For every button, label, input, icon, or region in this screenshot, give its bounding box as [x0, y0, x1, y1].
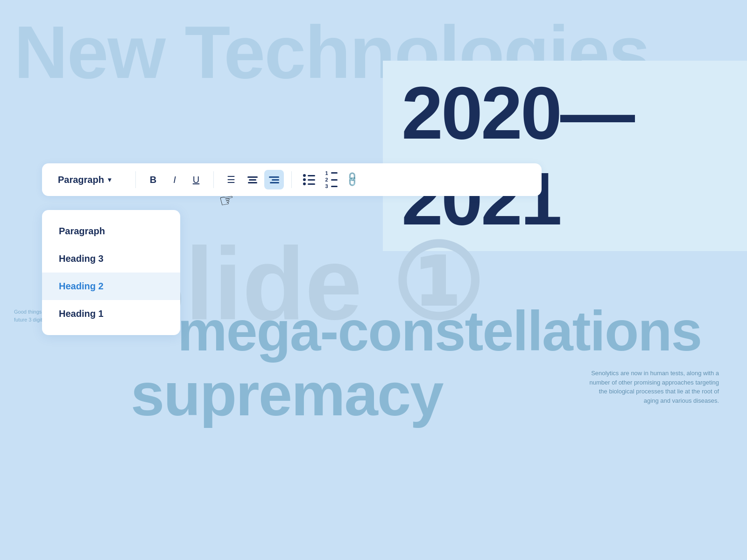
align-left-button[interactable]: ☰ [221, 170, 241, 189]
bg-supremacy: supremacy [131, 359, 443, 429]
dropdown-item-heading3[interactable]: Heading 3 [42, 245, 180, 273]
underline-button[interactable]: U [186, 170, 206, 189]
align-center-button[interactable] [243, 170, 262, 189]
toolbar-divider-2 [213, 171, 214, 188]
align-left-icon: ☰ [227, 174, 235, 185]
toolbar-divider-1 [135, 171, 136, 188]
unordered-list-icon [303, 174, 315, 185]
bg-year: 2020—2021 [402, 70, 728, 242]
bg-year-box: 2020—2021 [383, 61, 747, 251]
paragraph-selector[interactable]: Paragraph ▾ [53, 172, 128, 188]
ordered-list-button[interactable]: 1 2 3 [321, 170, 340, 189]
list-group: 1 2 3 🔗 [299, 170, 362, 189]
link-icon: 🔗 [343, 171, 360, 188]
bold-button[interactable]: B [143, 170, 163, 189]
bg-description: Senolytics are now in human tests, along… [588, 369, 719, 405]
bg-mega-constellations: mega-constellations [177, 299, 701, 363]
chevron-down-icon: ▾ [108, 176, 111, 183]
dropdown-item-heading2[interactable]: Heading 2 [42, 273, 180, 300]
align-right-icon [269, 176, 279, 183]
toolbar-divider-3 [291, 171, 292, 188]
paragraph-dropdown: Paragraph Heading 3 Heading 2 Heading 1 [42, 210, 180, 335]
unordered-list-button[interactable] [299, 170, 319, 189]
dropdown-item-paragraph[interactable]: Paragraph [42, 217, 180, 245]
align-right-button[interactable] [264, 170, 284, 189]
dropdown-item-heading1[interactable]: Heading 1 [42, 300, 180, 328]
text-format-group: B I U [143, 170, 206, 189]
paragraph-selector-label: Paragraph [58, 175, 104, 185]
toolbar: Paragraph ▾ B I U ☰ [42, 163, 542, 196]
link-button[interactable]: 🔗 [342, 170, 362, 189]
ordered-list-icon: 1 2 3 [324, 170, 338, 189]
alignment-group: ☰ [221, 170, 284, 189]
italic-button[interactable]: I [165, 170, 184, 189]
align-center-icon [247, 176, 258, 183]
